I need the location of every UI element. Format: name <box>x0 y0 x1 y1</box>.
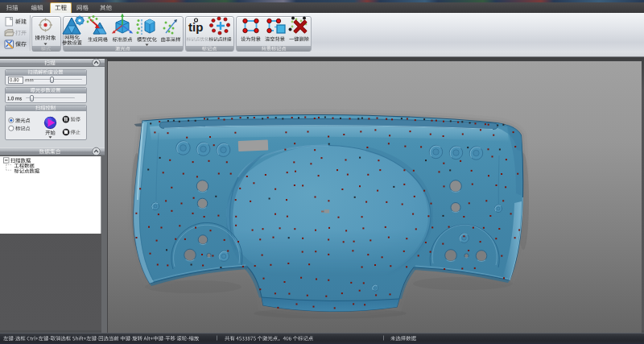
svg-text:tip: tip <box>188 20 203 34</box>
